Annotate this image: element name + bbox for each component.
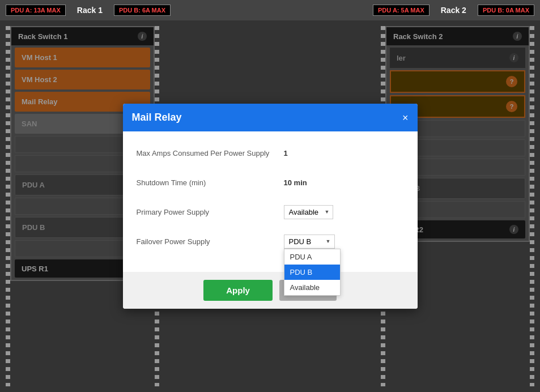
- rack1-pdu-b-badge: PDU B: 6A MAX: [114, 5, 171, 16]
- modal-dialog: Mail Relay × Max Amps Consumed Per Power…: [123, 104, 418, 309]
- modal-overlay: Mail Relay × Max Amps Consumed Per Power…: [0, 20, 540, 392]
- modal-close-button[interactable]: ×: [402, 113, 409, 123]
- failover-dropdown-menu: PDU A PDU B Available: [284, 249, 341, 296]
- failover-dropdown-arrow: ▼: [326, 238, 331, 244]
- modal-row-primary: Primary Power Supply Available PDU A PDU…: [137, 202, 404, 222]
- modal-label-primary: Primary Power Supply: [137, 208, 284, 216]
- modal-footer: Apply Reset: [123, 272, 418, 309]
- modal-title: Mail Relay: [132, 112, 182, 123]
- failover-selected-value: PDU B: [289, 237, 312, 246]
- modal-label-failover: Failover Power Supply: [137, 237, 284, 246]
- failover-option-available[interactable]: Available: [284, 280, 340, 295]
- modal-row-shutdown: Shutdown Time (min) 10 min: [137, 172, 404, 193]
- modal-value-max-amps: 1: [284, 149, 288, 157]
- primary-power-select-wrapper: Available PDU A PDU B: [284, 205, 333, 219]
- modal-label-shutdown: Shutdown Time (min): [137, 178, 284, 187]
- main-area: Rack Switch 1 i VM Host 1 VM Host 2 Mail…: [0, 20, 540, 392]
- modal-label-max-amps: Max Amps Consumed Per Power Supply: [137, 149, 284, 157]
- modal-row-failover: Failover Power Supply PDU B ▼ PDU A PDU …: [137, 231, 404, 252]
- rack1-label: Rack 1: [77, 6, 103, 15]
- modal-row-max-amps: Max Amps Consumed Per Power Supply 1: [137, 143, 404, 163]
- top-bar: PDU A: 13A MAX Rack 1 PDU B: 6A MAX PDU …: [0, 0, 540, 20]
- failover-dropdown-trigger[interactable]: PDU B ▼: [284, 235, 335, 249]
- failover-option-pdu-a[interactable]: PDU A: [284, 249, 340, 265]
- modal-header: Mail Relay ×: [123, 104, 418, 131]
- primary-power-select[interactable]: Available PDU A PDU B: [284, 205, 333, 219]
- modal-body: Max Amps Consumed Per Power Supply 1 Shu…: [123, 131, 418, 272]
- rack2-pdu-a-badge: PDU A: 5A MAX: [373, 5, 430, 16]
- apply-button[interactable]: Apply: [203, 280, 273, 301]
- failover-dropdown-wrapper[interactable]: PDU B ▼ PDU A PDU B Available: [284, 235, 335, 249]
- failover-option-pdu-b[interactable]: PDU B: [284, 265, 340, 280]
- rack2-label: Rack 2: [441, 6, 466, 15]
- rack2-pdu-b-badge: PDU B: 0A MAX: [478, 5, 534, 16]
- modal-value-shutdown: 10 min: [284, 178, 307, 187]
- rack1-pdu-a-badge: PDU A: 13A MAX: [6, 5, 66, 16]
